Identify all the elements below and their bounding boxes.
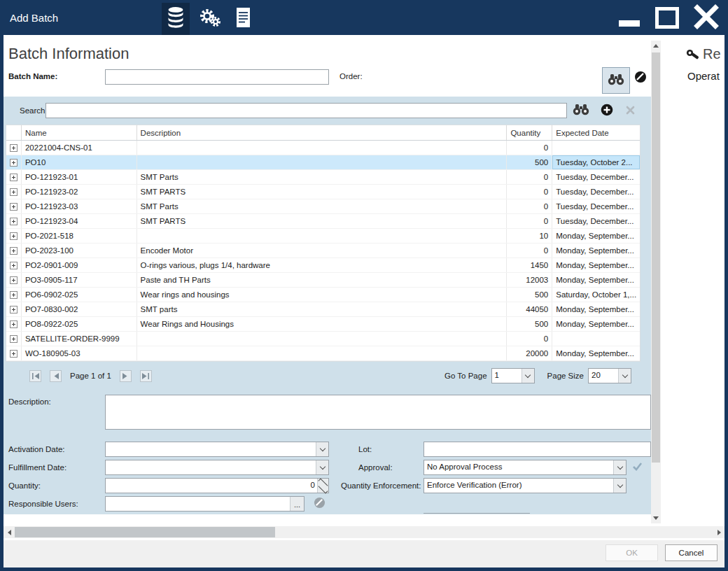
cell-description: Encoder Motor [137, 244, 507, 258]
horizontal-scrollbar-thumb[interactable] [15, 527, 275, 537]
table-row[interactable]: PO-121923-03SMT Parts0Tuesday, December.… [6, 199, 640, 214]
page-size-select[interactable]: 20 [588, 368, 631, 383]
table-row[interactable]: PO-121923-02SMT PARTS0Tuesday, December.… [6, 185, 640, 199]
next-page-button[interactable] [120, 370, 132, 382]
responsible-users-field[interactable]: ... [105, 496, 304, 512]
search-find-button[interactable] [571, 104, 591, 117]
table-row[interactable]: 20221004-CNS-010 [6, 141, 640, 155]
quantity-enforcement-select[interactable]: Enforce Verification (Error) [424, 478, 626, 493]
fulfillment-date-select[interactable] [105, 460, 329, 475]
table-row[interactable]: SATELLITE-ORDER-99990 [6, 332, 640, 346]
table-row[interactable]: PO2-0901-009O-rings various, plugs 1/4, … [6, 258, 640, 273]
expand-icon[interactable] [6, 141, 22, 155]
vertical-scrollbar[interactable] [651, 41, 661, 523]
cell-expected-date: Tuesday, December... [552, 199, 640, 213]
maximize-button[interactable] [651, 3, 683, 32]
table-row[interactable]: PO6-0902-025Wear rings and housings500Sa… [6, 288, 640, 302]
approval-check-button[interactable] [631, 462, 643, 473]
right-panel-item: Operat [687, 70, 720, 82]
horizontal-scrollbar[interactable] [4, 526, 724, 538]
order-find-button[interactable] [602, 67, 630, 94]
previous-page-button[interactable] [50, 370, 62, 382]
settings-tab[interactable] [196, 3, 224, 35]
cancel-button[interactable]: Cancel [665, 544, 718, 561]
order-table-body: 20221004-CNS-010PO10500Tuesday, October … [6, 141, 640, 361]
clear-users-button[interactable] [313, 498, 326, 510]
expand-icon[interactable] [6, 302, 22, 316]
cell-expected-date: Tuesday, December... [552, 214, 640, 228]
table-row[interactable]: PO-121923-01SMT Parts0Tuesday, December.… [6, 170, 640, 185]
name-column-header[interactable]: Name [22, 125, 137, 140]
activation-date-select[interactable] [105, 442, 329, 457]
browse-users-button[interactable]: ... [290, 497, 304, 511]
close-button[interactable] [690, 3, 722, 32]
remove-order-button[interactable] [625, 106, 635, 116]
quantity-column-header[interactable]: Quantity [507, 125, 552, 140]
table-row[interactable]: PO-2023-100Encoder Motor0Monday, Septemb… [6, 244, 640, 258]
quantity-stepper[interactable]: 0 [105, 478, 329, 493]
table-row[interactable]: PO8-0922-025Wear Rings and Housings500Mo… [6, 317, 640, 332]
cell-quantity: 0 [507, 170, 552, 184]
activation-date-value [106, 442, 316, 456]
first-page-button[interactable] [29, 370, 41, 382]
expand-icon[interactable] [6, 185, 22, 199]
batch-source-tab[interactable] [162, 3, 190, 35]
expand-icon[interactable] [6, 332, 22, 346]
expand-icon[interactable] [6, 288, 22, 302]
expand-icon[interactable] [6, 214, 22, 228]
batch-name-label: Batch Name: [8, 72, 57, 80]
close-icon [694, 4, 719, 31]
expand-icon[interactable] [6, 317, 22, 331]
expand-icon[interactable] [6, 346, 22, 360]
maximize-icon [655, 7, 679, 29]
lot-input[interactable] [424, 442, 651, 457]
order-label: Order: [340, 72, 363, 80]
order-clear-button[interactable] [634, 71, 648, 85]
spinner-buttons[interactable] [317, 479, 328, 493]
document-tab[interactable] [229, 3, 257, 35]
cell-expected-date: Monday, September... [552, 317, 640, 331]
table-row[interactable]: PO-2021-51810Monday, September... [6, 229, 640, 244]
operations-icon [685, 48, 700, 62]
responsible-users-value [106, 497, 290, 511]
table-row[interactable]: WO-180905-0320000Monday, September... [6, 346, 640, 361]
scroll-down-button[interactable] [651, 513, 661, 523]
table-row[interactable]: PO-121923-04SMT PARTS0Tuesday, December.… [6, 214, 640, 229]
cell-name: WO-180905-03 [22, 346, 137, 360]
cell-name: PO-121923-01 [22, 170, 137, 184]
expand-icon[interactable] [6, 170, 22, 184]
approval-select[interactable]: No Approval Process [424, 460, 626, 475]
go-to-page-select[interactable]: 1 [491, 368, 535, 383]
cell-expected-date: Saturday, October 1,... [552, 288, 640, 302]
approval-value: No Approval Process [424, 460, 613, 474]
description-input[interactable] [105, 395, 651, 430]
expand-icon[interactable] [6, 258, 22, 272]
table-row[interactable]: PO10500Tuesday, October 2... [6, 155, 640, 170]
quantity-value: 0 [106, 479, 317, 493]
cell-quantity: 12003 [507, 273, 552, 287]
binoculars-icon [607, 73, 625, 87]
scroll-right-button[interactable] [713, 526, 724, 538]
table-row[interactable]: PO7-0830-002SMT parts44050Monday, Septem… [6, 302, 640, 317]
last-page-button[interactable] [140, 370, 152, 382]
expand-icon[interactable] [6, 199, 22, 213]
expected-date-column-header[interactable]: Expected Date [552, 125, 640, 140]
chevron-down-icon [316, 460, 328, 474]
ok-button[interactable]: OK [606, 544, 658, 561]
scroll-left-button[interactable] [4, 526, 15, 538]
search-input[interactable] [46, 103, 567, 118]
expand-icon[interactable] [6, 229, 22, 243]
fulfillment-date-label: Fulfillment Date: [8, 463, 66, 472]
expand-icon[interactable] [6, 244, 22, 258]
vertical-scrollbar-thumb[interactable] [652, 52, 660, 463]
scroll-up-button[interactable] [651, 41, 661, 51]
expand-icon[interactable] [6, 273, 22, 287]
expand-icon[interactable] [6, 155, 22, 169]
minimize-button[interactable] [613, 3, 645, 32]
description-column-header[interactable]: Description [137, 125, 507, 140]
add-order-button[interactable] [600, 104, 613, 118]
batch-name-input[interactable] [105, 69, 329, 85]
cell-expected-date: Monday, September... [552, 302, 640, 316]
table-row[interactable]: PO3-0905-117Paste and TH Parts12003Monda… [6, 273, 640, 288]
go-to-page-value: 1 [492, 369, 522, 383]
